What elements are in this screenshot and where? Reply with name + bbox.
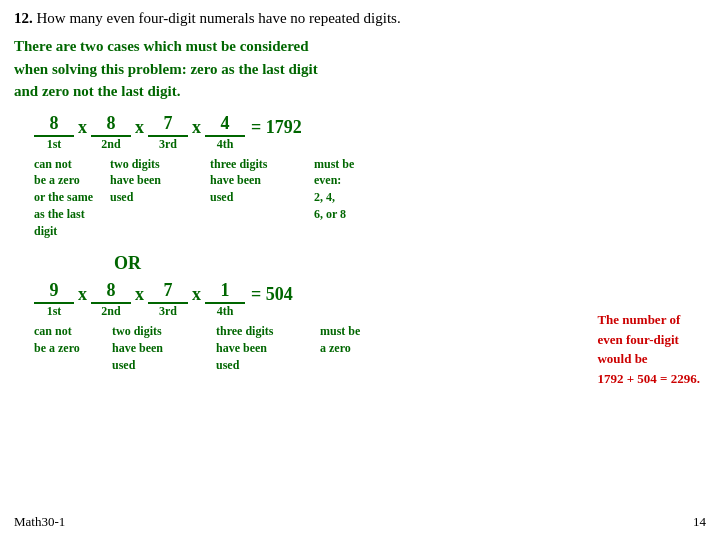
intro-block: There are two cases which must be consid… [14, 35, 706, 103]
case1-op-2: x [131, 117, 148, 152]
case1-frac-2: 8 2nd [91, 113, 131, 152]
footer: Math30-1 14 [14, 514, 706, 530]
problem-text: How many even four-digit numerals have n… [37, 10, 401, 26]
case2-frac-3: 7 3rd [148, 280, 188, 319]
case1-op-1: x [74, 117, 91, 152]
case1-desc-1: can not be a zero or the same as the las… [34, 156, 94, 240]
case1-desc-3: three digits have been used [210, 156, 310, 240]
case2-frac-1: 9 1st [34, 280, 74, 319]
case1-desc-4: must be even: 2, 4, 6, or 8 [314, 156, 394, 240]
problem-line: 12. How many even four-digit numerals ha… [14, 10, 706, 27]
footer-left: Math30-1 [14, 514, 65, 530]
case1-frac-3: 7 3rd [148, 113, 188, 152]
case1-label-4: 4th [217, 137, 234, 152]
case1-num-4: 4 [205, 113, 245, 137]
case2-desc-1: can not be a zero [34, 323, 94, 373]
note-line1: The number of [597, 312, 680, 327]
intro-line3: and zero not the last digit. [14, 83, 180, 99]
case2-num-3: 7 [148, 280, 188, 304]
problem-number: 12. [14, 10, 33, 26]
case2-op-3: x [188, 284, 205, 319]
case2-label-3: 3rd [159, 304, 177, 319]
case2-desc-2: two digits have been used [112, 323, 212, 373]
case1-op-3: x [188, 117, 205, 152]
case2-num-4: 1 [205, 280, 245, 304]
case1-desc-2: two digits have been used [110, 156, 200, 240]
case2-op-2: x [131, 284, 148, 319]
note-line2: even four-digit [597, 332, 678, 347]
case2-equals: = 504 [245, 284, 299, 319]
case2-num-1: 9 [34, 280, 74, 304]
case2-frac-2: 8 2nd [91, 280, 131, 319]
case2-desc-3: three digits have been used [216, 323, 316, 373]
case1-desc-row: can not be a zero or the same as the las… [34, 156, 706, 240]
case1-label-2: 2nd [101, 137, 120, 152]
case2-label-2: 2nd [101, 304, 120, 319]
or-label: OR [114, 253, 706, 274]
case2-op-1: x [74, 284, 91, 319]
case2-num-2: 8 [91, 280, 131, 304]
note-line3: would be [597, 351, 647, 366]
intro-line2: when solving this problem: zero as the l… [14, 61, 318, 77]
case2-label-4: 4th [217, 304, 234, 319]
case1-frac-4: 4 4th [205, 113, 245, 152]
case1-frac-1: 8 1st [34, 113, 74, 152]
case1-label-3: 3rd [159, 137, 177, 152]
case1-equation: 8 1st x 8 2nd x 7 3rd x 4 4th = 1792 [34, 113, 706, 152]
footer-right: 14 [693, 514, 706, 530]
bottom-note: The number of even four-digit would be 1… [597, 310, 700, 388]
intro-line1: There are two cases which must be consid… [14, 38, 309, 54]
case2-label-1: 1st [47, 304, 62, 319]
case2-desc-4: must be a zero [320, 323, 400, 373]
case2-frac-4: 1 4th [205, 280, 245, 319]
case1-num-2: 8 [91, 113, 131, 137]
note-line4: 1792 + 504 = 2296. [597, 371, 700, 386]
case1-label-1: 1st [47, 137, 62, 152]
case1-equals: = 1792 [245, 117, 308, 152]
case1-num-3: 7 [148, 113, 188, 137]
case1-num-1: 8 [34, 113, 74, 137]
